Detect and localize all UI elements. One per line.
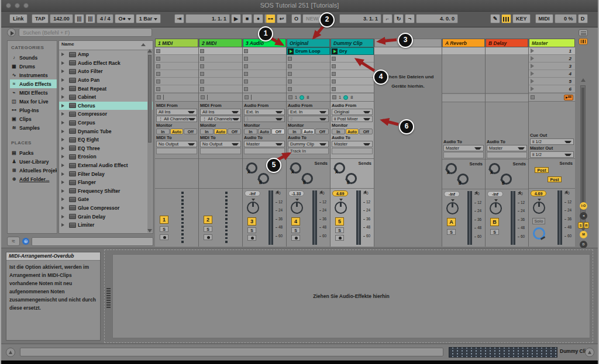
device-row[interactable]: Limiter: [59, 221, 153, 230]
pan-knob[interactable]: [335, 199, 347, 215]
monitor-in-button[interactable]: In: [244, 129, 257, 134]
sidebar-item-drums[interactable]: ▦Drums: [10, 62, 57, 71]
input-channel-chooser[interactable]: ⋮ All Channels: [200, 116, 241, 122]
loop-start-field[interactable]: 3. 1. 1: [339, 14, 381, 23]
show-sends-toggle[interactable]: S: [578, 222, 583, 228]
cue-out-chooser[interactable]: ii 1/2: [530, 138, 574, 145]
solo-button[interactable]: S: [490, 229, 499, 235]
disclosure-icon[interactable]: [61, 206, 67, 210]
browser-fold-button[interactable]: [7, 28, 16, 37]
track-activator-button[interactable]: 1: [160, 216, 168, 224]
clip-stop-icon[interactable]: [288, 87, 292, 91]
arrangement-position-field[interactable]: 1. 1. 1: [185, 14, 230, 23]
clip-slot[interactable]: [199, 47, 242, 55]
input-channel-chooser[interactable]: 1: [244, 116, 285, 122]
device-row[interactable]: Glue Compressor: [59, 204, 153, 213]
volume-display[interactable]: -Inf: [487, 191, 503, 197]
clip-slot[interactable]: [199, 70, 242, 78]
monitor-in-button[interactable]: In: [288, 129, 301, 134]
monitor-off-button[interactable]: Off: [184, 129, 197, 134]
clip-slot[interactable]: [331, 63, 374, 70]
scene-slot[interactable]: 5: [529, 78, 575, 85]
punch-in-button[interactable]: ⌐: [383, 14, 393, 23]
output-channel-box[interactable]: [487, 152, 527, 158]
reenable-automation-button[interactable]: ↩: [277, 14, 287, 23]
clip-stop-icon[interactable]: [200, 57, 204, 61]
volume-display[interactable]: 4.69: [332, 190, 348, 196]
disclosure-icon[interactable]: [61, 155, 67, 158]
device-row[interactable]: Dynamic Tube: [59, 127, 153, 136]
zoom-window-button[interactable]: [23, 3, 29, 8]
device-row[interactable]: EQ Eight: [59, 136, 153, 144]
disclosure-icon[interactable]: [61, 181, 67, 184]
input-channel-chooser[interactable]: ⋮ All Channels: [156, 116, 197, 122]
key-map-button[interactable]: KEY: [512, 14, 531, 23]
monitor-in-button[interactable]: In: [200, 129, 214, 134]
clip-play-icon[interactable]: [288, 48, 294, 54]
show-detail-toggle[interactable]: [585, 348, 594, 357]
sidebar-item-samples[interactable]: ≋Samples: [10, 123, 57, 132]
clip-stop-icon[interactable]: [244, 49, 248, 53]
clip-slot[interactable]: [243, 63, 286, 70]
clip-stop-icon[interactable]: [156, 49, 160, 53]
clip-slot[interactable]: [155, 47, 198, 55]
follow-button[interactable]: ⇥: [174, 14, 184, 23]
monitor-auto-button[interactable]: Auto: [302, 129, 315, 134]
input-type-chooser[interactable]: Original: [332, 109, 373, 115]
hot-swap-icon[interactable]: ≈: [7, 237, 20, 246]
device-row[interactable]: Auto Pan: [59, 76, 153, 85]
sidebar-item-user-library[interactable]: ♟User-Library: [10, 157, 57, 166]
solo-button[interactable]: S: [204, 226, 212, 232]
clip-stop-icon[interactable]: [244, 64, 248, 68]
scroll-down-icon[interactable]: [147, 229, 152, 233]
draw-mode-button[interactable]: ✎: [490, 14, 500, 23]
device-row[interactable]: Auto Filter: [59, 67, 153, 76]
track-activator-button[interactable]: 4: [291, 217, 300, 226]
stop-all-clips-icon[interactable]: [245, 95, 249, 99]
clip-slot[interactable]: [243, 55, 286, 63]
scrollbar-thumb[interactable]: [148, 55, 152, 143]
device-row[interactable]: Corpus: [59, 119, 153, 127]
midi-keyboard-display[interactable]: [449, 347, 557, 358]
disclosure-icon[interactable]: [61, 112, 67, 116]
arm-button[interactable]: [247, 235, 256, 241]
solo-cue-toggle[interactable]: ◄: [580, 212, 587, 220]
output-type-chooser[interactable]: No Output: [156, 141, 197, 147]
output-channel-box[interactable]: [244, 148, 285, 154]
sidebar-item-current-project[interactable]: ⊞Aktuelles Projekt: [10, 166, 57, 175]
monitor-off-button[interactable]: Off: [315, 129, 329, 134]
disclosure-icon[interactable]: [61, 61, 67, 65]
monitor-off-button[interactable]: Off: [271, 129, 285, 134]
device-view-grip[interactable]: [106, 288, 111, 308]
clip-slot[interactable]: [199, 85, 242, 93]
track-header[interactable]: B Delay: [486, 39, 528, 47]
track-header[interactable]: Master: [529, 39, 575, 47]
clip-slot[interactable]: [243, 47, 286, 55]
clip-stop-icon[interactable]: [156, 72, 160, 76]
clip-slot[interactable]: [199, 63, 242, 70]
solo-button[interactable]: S: [335, 227, 344, 233]
clip-stop-icon[interactable]: [244, 79, 248, 84]
device-list-scrollbar[interactable]: [147, 49, 152, 233]
sidebar-item-plugins[interactable]: ⊷Plug-Ins: [10, 106, 57, 115]
disclosure-icon[interactable]: [61, 121, 67, 124]
send-b-knob[interactable]: B: [501, 174, 512, 185]
sidebar-item-clips[interactable]: ▣Clips: [10, 115, 57, 123]
pre-post-toggle-a[interactable]: Post: [535, 167, 549, 173]
volume-display[interactable]: -Inf: [444, 191, 460, 197]
device-row[interactable]: Flanger: [59, 178, 153, 187]
device-row[interactable]: External Audio Effect: [59, 161, 153, 170]
scroll-up-icon[interactable]: [581, 78, 586, 82]
disclosure-icon[interactable]: [61, 95, 67, 99]
sidebar-item-sounds[interactable]: ♪Sounds: [10, 53, 57, 62]
clip-stop-icon[interactable]: [200, 79, 204, 84]
device-row[interactable]: Audio Effect Rack: [59, 59, 153, 68]
clip-slot[interactable]: [287, 85, 330, 93]
send-a-knob[interactable]: A: [446, 163, 457, 174]
clip-stop-icon[interactable]: [332, 72, 336, 76]
pan-knob[interactable]: [291, 199, 304, 215]
arm-button[interactable]: [204, 234, 212, 240]
solo-button[interactable]: S: [291, 227, 300, 233]
add-folder-button[interactable]: ⊕Add Folder...: [10, 175, 57, 183]
show-returns-toggle[interactable]: R: [584, 222, 589, 228]
